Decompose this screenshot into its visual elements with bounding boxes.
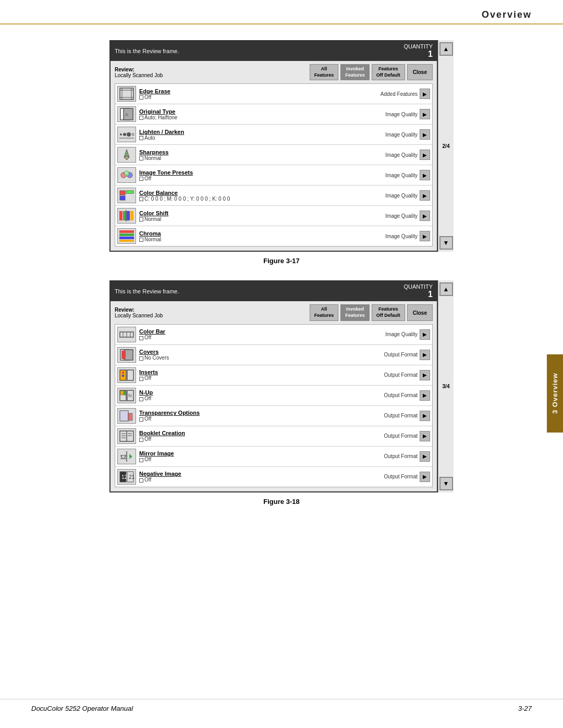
inserts-value: Off [139,375,376,381]
scroll-up-btn-2[interactable]: ▲ [439,282,453,296]
transparency-arrow[interactable]: ▶ [420,411,430,421]
scroll-down-btn-1[interactable]: ▼ [439,236,453,250]
page-indicator-2: 3/4 [443,384,450,389]
btn-close-2[interactable]: Close [407,304,433,320]
covers-icon [117,347,136,363]
btn-features-default-2[interactable]: Features Off Default [372,304,405,320]
features-list-2: Color Bar Off Image Quality ▶ [115,324,433,487]
svg-rect-28 [119,237,134,239]
booklet-creation-arrow[interactable]: ▶ [420,431,430,441]
svg-rect-24 [130,211,133,220]
frame2-label: This is the Review frame. [115,288,179,294]
sharpness-arrow[interactable]: ▶ [420,150,430,160]
color-balance-arrow[interactable]: ▶ [420,190,430,201]
svg-text:21: 21 [129,474,134,480]
original-type-value: Auto; Halftone [139,115,376,120]
svg-rect-43 [124,391,126,395]
mirror-image-arrow[interactable]: ▶ [420,451,430,462]
original-type-category: Image Quality [376,112,418,117]
btn-all-features-1[interactable]: All Features [310,64,339,80]
chroma-icon [117,228,136,244]
btn-all-features-2[interactable]: All Features [310,304,339,320]
sidebar-tab[interactable]: 3 Overview [547,354,563,433]
btn-close-1[interactable]: Close [407,64,433,80]
table-row: Covers No Covers Output Format ▶ [115,345,432,365]
transparency-info: Transparency Options Off [139,410,376,422]
color-shift-info: Color Shift Normal [139,210,376,222]
color-bar-arrow[interactable]: ▶ [420,329,430,340]
original-type-icon: A [117,106,136,122]
review-frame-1: This is the Review frame. QUANTITY 1 Rev… [109,40,438,252]
color-balance-icon [117,188,136,203]
figure1-caption: Figure 3-17 [31,257,532,265]
scroll-down-btn-2[interactable]: ▼ [439,477,453,490]
svg-rect-21 [119,211,123,220]
scroll-area-2: ▲ 3/4 ▼ [438,280,454,492]
edge-erase-arrow[interactable]: ▶ [420,89,430,99]
negative-image-value: Off [139,477,376,483]
color-shift-arrow[interactable]: ▶ [420,211,430,221]
svg-point-11 [132,133,134,135]
negative-image-icon: 12 21 [117,469,136,485]
table-row: Transparency Options Off Output Format ▶ [115,406,432,426]
n-up-arrow[interactable]: ▶ [420,390,430,401]
edge-erase-info: Edge Erase Off [139,88,376,100]
booklet-creation-category: Output Format [376,433,418,439]
table-row: Image Tone Presets Off Image Quality ▶ [115,165,432,186]
figure2-caption: Figure 3-18 [31,498,532,505]
lighten-darken-info: Lighten / Darken Auto [139,129,376,141]
btn-invoked-1[interactable]: Invoked Features [340,64,370,80]
mirror-image-name: Mirror Image [139,450,376,456]
color-shift-icon [117,208,136,224]
booklet-creation-info: Booklet Creation Off [139,430,376,442]
svg-rect-27 [119,233,134,236]
table-row: A Original Type Auto; Halftone Image Qua… [115,104,432,125]
color-balance-category: Image Quality [376,193,418,199]
figure1-container: This is the Review frame. QUANTITY 1 Rev… [109,40,454,252]
color-bar-icon [117,327,136,342]
transparency-category: Output Format [376,413,418,418]
btn-features-default-1[interactable]: Features Off Default [372,64,405,80]
covers-arrow[interactable]: ▶ [420,350,430,360]
original-type-info: Original Type Auto; Halftone [139,108,376,120]
mirror-image-icon: 12 12 [117,449,136,464]
table-row: Sharpness Normal Image Quality ▶ [115,145,432,165]
svg-rect-19 [120,196,125,200]
scroll-area-1: ▲ 2/4 ▼ [438,40,454,252]
features-list-1: Edge Erase Off Added Features ▶ A Origin… [115,83,433,246]
svg-marker-58 [129,454,132,459]
svg-text:12: 12 [121,474,128,480]
booklet-creation-value: Off [139,436,376,442]
negative-image-arrow[interactable]: ▶ [420,472,430,482]
color-shift-category: Image Quality [376,213,418,219]
sharpness-name: Sharpness [139,149,376,155]
color-shift-value: Normal [139,216,376,222]
scroll-up-btn-1[interactable]: ▲ [439,42,453,56]
figure1-frame-wrapper: This is the Review frame. QUANTITY 1 Rev… [109,40,454,252]
inserts-info: Inserts Off [139,369,376,381]
inserts-category: Output Format [376,372,418,378]
tone-presets-icon [117,167,136,183]
review-sub-1: Locally Scanned Job [115,72,163,78]
table-row: Inserts Off Output Format ▶ [115,365,432,386]
original-type-arrow[interactable]: ▶ [420,109,430,119]
tone-presets-info: Image Tone Presets Off [139,169,376,181]
svg-rect-38 [127,370,133,380]
quantity-value-2: 1 [403,290,433,299]
svg-point-9 [123,133,126,136]
negative-image-category: Output Format [376,474,418,479]
btn-invoked-2[interactable]: Invoked Features [340,304,370,320]
lighten-darken-arrow[interactable]: ▶ [420,129,430,140]
quantity-label-2: QUANTITY [403,283,433,290]
tone-presets-arrow[interactable]: ▶ [420,170,430,180]
svg-rect-39 [122,372,124,374]
svg-rect-18 [120,191,125,195]
page-title: Overview [482,9,532,20]
chroma-arrow[interactable]: ▶ [420,231,430,241]
inserts-arrow[interactable]: ▶ [420,370,430,380]
footer-manual: DocuColor 5252 Operator Manual [31,705,133,712]
table-row: Lighten / Darken Auto Image Quality ▶ [115,125,432,145]
color-bar-value: Off [139,335,376,340]
transparency-icon [117,408,136,424]
booklet-creation-icon [117,428,136,444]
